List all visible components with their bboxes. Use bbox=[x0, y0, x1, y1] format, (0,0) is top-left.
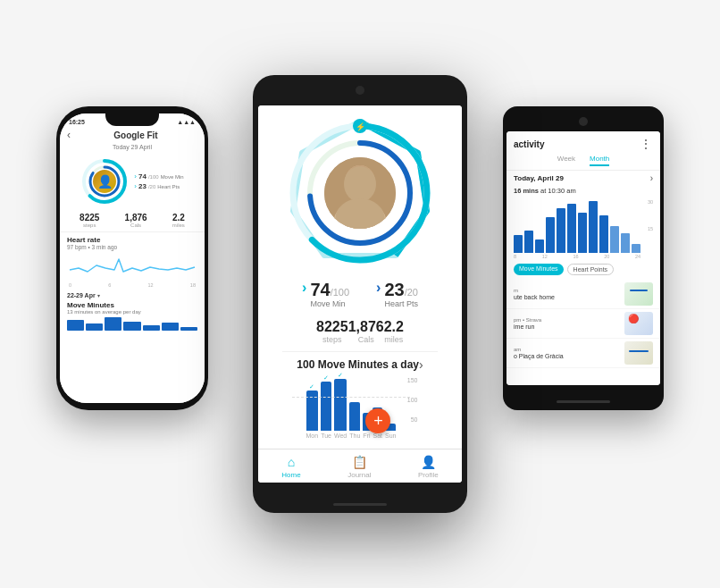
bar-fri-label: Fri bbox=[363, 433, 370, 439]
x-label-16: 16 bbox=[573, 254, 578, 259]
move-banner-title: 100 Move Minutes a day bbox=[297, 358, 419, 371]
left-numbers: 8225 steps 1,876 Cals 2.2 miles bbox=[60, 209, 205, 232]
center-numbers: 8225 steps 1,876 Cals 2.2 miles bbox=[302, 315, 418, 351]
move-min-denom: /100 bbox=[148, 174, 159, 180]
right-x-labels: 8 12 16 20 24 bbox=[514, 254, 640, 259]
right-content: activity ⋮ Week Month Today, April 29 › bbox=[507, 131, 660, 385]
center-heart-arrow: › bbox=[376, 281, 381, 295]
right-bar-6 bbox=[567, 204, 576, 253]
nav-journal[interactable]: 📋 Journal bbox=[347, 455, 371, 479]
date-range-row: 22-29 Apr ▾ bbox=[60, 290, 205, 299]
phones-container: 16:25 ▲▲▲ ‹ Google Fit Today 29 April bbox=[21, 17, 699, 571]
dashed-line-100 bbox=[292, 397, 411, 398]
chart-area: 150 100 50 ✓ Mon ✓ bbox=[292, 377, 429, 449]
phone-left: 16:25 ▲▲▲ ‹ Google Fit Today 29 April bbox=[56, 106, 208, 410]
activity-time-2: pm • Strava bbox=[514, 317, 621, 323]
bottom-nav: ⌂ Home 📋 Journal 👤 Profile bbox=[258, 449, 462, 483]
move-banner[interactable]: 100 Move Minutes a day › bbox=[282, 351, 437, 377]
activity-item-2[interactable]: pm • Strava ime run bbox=[507, 309, 660, 339]
x-label-0: 0 bbox=[69, 282, 71, 288]
heart-arrow-icon: › bbox=[134, 182, 137, 190]
activity-map-2 bbox=[624, 312, 653, 335]
mini-bar-3 bbox=[105, 317, 121, 331]
right-bar-8 bbox=[589, 201, 598, 253]
cals-label: Cals bbox=[125, 223, 147, 228]
miles-stat: 2.2 miles bbox=[172, 213, 185, 228]
activity-time-3: am bbox=[514, 347, 621, 352]
heart-rate-value: 97 bpm • 3 min ago bbox=[67, 244, 197, 250]
check-wed: ✓ bbox=[338, 372, 343, 379]
bar-tue: ✓ Tue bbox=[321, 374, 331, 439]
right-bar-1 bbox=[514, 235, 523, 253]
home-indicator-center bbox=[333, 503, 387, 506]
right-header: activity ⋮ bbox=[507, 131, 660, 153]
cals-stat: 1,876 Cals bbox=[125, 213, 147, 228]
nav-home[interactable]: ⌂ Home bbox=[281, 455, 300, 479]
x-label-18: 18 bbox=[190, 282, 196, 288]
activity-text-1: m ute back home bbox=[514, 288, 621, 300]
activity-text-3: am o Plaça de Gràcia bbox=[514, 347, 621, 359]
chart-x-labels: 0 6 12 18 bbox=[67, 282, 197, 288]
activity-item-1[interactable]: m ute back home bbox=[507, 280, 660, 309]
activity-title-1: ute back home bbox=[514, 294, 621, 300]
heart-pts-denom: /20 bbox=[148, 184, 155, 189]
move-minutes-title: Move Minutes bbox=[67, 301, 197, 309]
x-label-12: 12 bbox=[148, 282, 154, 288]
activity-time: 16 mins at 10:30 am bbox=[507, 186, 660, 197]
center-steps-val: 8225 bbox=[316, 319, 348, 335]
x-label-8: 8 bbox=[514, 254, 516, 259]
center-heart-label: Heart Pts bbox=[384, 299, 418, 308]
activity-circles bbox=[80, 157, 129, 206]
activity-map-1 bbox=[624, 282, 653, 306]
mini-bar-5 bbox=[143, 325, 160, 331]
tab-week[interactable]: Week bbox=[557, 155, 575, 166]
right-bar-7 bbox=[578, 213, 587, 253]
cals-value: 1,876 bbox=[125, 213, 147, 223]
date-range-text: 22-29 Apr bbox=[67, 292, 96, 298]
right-date-arrow[interactable]: › bbox=[650, 173, 653, 183]
bar-wed-label: Wed bbox=[334, 433, 347, 439]
center-heart-denom: /20 bbox=[405, 287, 418, 298]
move-min-val: 74 bbox=[138, 172, 147, 181]
bar-sun-label: Sun bbox=[385, 433, 396, 439]
y-label-150: 150 bbox=[407, 377, 418, 383]
more-options-icon[interactable]: ⋮ bbox=[640, 137, 653, 151]
activity-title-3: o Plaça de Gràcia bbox=[514, 353, 621, 359]
heart-rate-section: Heart rate 97 bpm • 3 min ago 0 6 12 18 bbox=[60, 232, 205, 290]
bar-thu: ✓ Thu bbox=[349, 395, 360, 439]
svg-rect-10 bbox=[324, 157, 396, 229]
move-arrow-icon: › bbox=[134, 172, 137, 181]
svg-point-13 bbox=[345, 165, 375, 199]
check-sat: ✓ bbox=[375, 400, 381, 407]
x-label-6: 6 bbox=[108, 282, 111, 288]
user-avatar-left bbox=[93, 170, 116, 193]
right-date-row: Today, April 29 › bbox=[507, 171, 660, 186]
bar-mon-label: Mon bbox=[306, 433, 319, 439]
filter-heart-points[interactable]: Heart Points bbox=[567, 264, 615, 275]
filter-buttons: Move Minutes Heart Points bbox=[507, 261, 660, 278]
center-miles-label: miles bbox=[384, 335, 404, 344]
activity-item-3[interactable]: am o Plaça de Gràcia bbox=[507, 339, 660, 368]
nav-profile[interactable]: 👤 Profile bbox=[418, 455, 439, 479]
phone-center: ⚡ › bbox=[253, 75, 467, 513]
filter-move-minutes[interactable]: Move Minutes bbox=[514, 264, 564, 275]
bar-chart: ✓ Mon ✓ Tue ✓ bbox=[306, 381, 414, 439]
center-steps-label: steps bbox=[316, 335, 348, 344]
center-miles: 2.2 miles bbox=[384, 319, 404, 344]
move-min-stat: › 74 /100 Move Min bbox=[134, 172, 183, 181]
left-screen: 16:25 ▲▲▲ ‹ Google Fit Today 29 April bbox=[60, 113, 205, 403]
y-label-100: 100 bbox=[407, 397, 418, 403]
center-cals-val: 1,876 bbox=[348, 319, 384, 335]
center-stats: › 74/100 Move Min › 23/20 Heart Pts bbox=[284, 273, 436, 315]
right-bar-10 bbox=[610, 226, 619, 253]
back-icon[interactable]: ‹ bbox=[67, 129, 71, 141]
right-y-30: 30 bbox=[648, 199, 653, 205]
tab-month[interactable]: Month bbox=[590, 155, 609, 166]
center-move-denom: /100 bbox=[331, 287, 349, 298]
left-header: ‹ Google Fit bbox=[60, 127, 205, 143]
bar-sun: ✓ Sun + bbox=[385, 416, 396, 439]
left-date: Today 29 April bbox=[60, 143, 205, 154]
home-label: Home bbox=[281, 471, 300, 479]
center-content: ⚡ › bbox=[258, 105, 462, 483]
center-move-arrow: › bbox=[302, 281, 306, 295]
